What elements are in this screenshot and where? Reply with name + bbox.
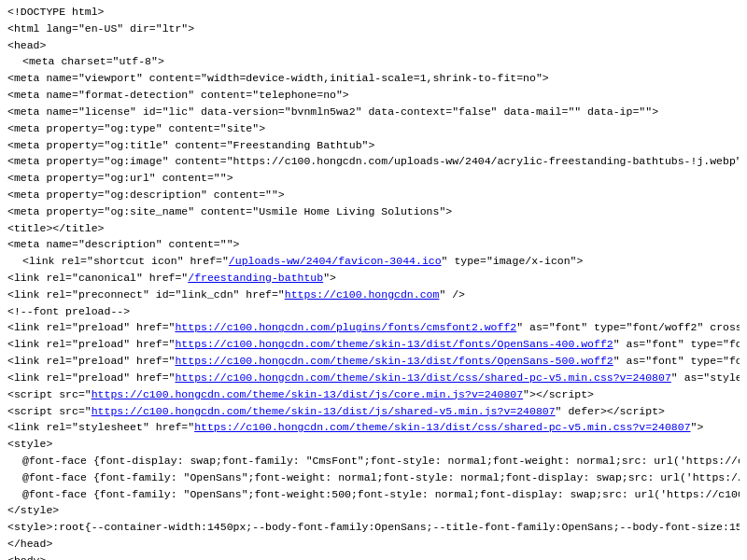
link-text[interactable]: /freestanding-bathtub (188, 272, 323, 284)
link-text[interactable]: https://c100.hongcdn.com/theme/skin-13/d… (175, 338, 613, 350)
code-line: </head> (7, 536, 740, 553)
link-text[interactable]: https://c100.hongcdn.com/plugins/fonts/c… (175, 321, 516, 333)
code-line: <link rel="preload" href="https://c100.h… (7, 370, 740, 386)
code-line: <script src="https://c100.hongcdn.com/th… (7, 403, 740, 420)
code-line: <meta name="license" id="lic" data-versi… (7, 104, 740, 120)
code-line: <meta property="og:site_name" content="U… (7, 203, 740, 220)
code-line: @font-face {font-display: swap;font-fami… (7, 453, 740, 469)
code-line: <!DOCTYPE html> (7, 4, 740, 21)
code-line: <link rel="preconnect" id="link_cdn" hre… (7, 287, 740, 303)
code-line: <link rel="stylesheet" href="https://c10… (7, 419, 740, 436)
code-line: <meta property="og:title" content="Frees… (7, 137, 740, 154)
code-line: <meta property="og:description" content=… (7, 187, 740, 203)
code-line: <meta name="format-detection" content="t… (7, 87, 740, 104)
code-line: @font-face {font-family: "OpenSans";font… (7, 469, 740, 486)
link-text[interactable]: https://c100.hongcdn.com/theme/skin-13/d… (92, 388, 523, 400)
code-line: <link rel="preload" href="https://c100.h… (7, 353, 740, 370)
code-line: <head> (7, 37, 740, 54)
code-line: <link rel="shortcut icon" href=" /upload… (7, 253, 740, 270)
code-line: <meta property="og:type" content="site"> (7, 120, 740, 137)
code-line: <meta charset="utf-8"> (7, 53, 740, 70)
link-text[interactable]: https://c100.hongcdn.com (285, 288, 440, 301)
code-line: <style> (7, 436, 740, 453)
code-line: <style>:root{--container-width:1450px;--… (7, 519, 740, 536)
code-line: <link rel="canonical" href=" /freestandi… (7, 270, 740, 287)
code-viewer: <!DOCTYPE html><html lang="en-US" dir="l… (0, 0, 747, 560)
code-line: @font-face {font-family: "OpenSans";font… (7, 486, 740, 503)
code-line: <meta property="og:url" content=" "> (7, 170, 740, 187)
link-text[interactable]: /uploads-ww/2404/favicon-3044.ico (229, 255, 442, 267)
link-text[interactable]: https://c100.hongcdn.com/theme/skin-13/d… (92, 405, 556, 417)
code-line: <meta name="description" content=""> (7, 236, 740, 253)
code-line: <link rel="preload" href="https://c100.h… (7, 319, 740, 336)
code-line: <title> </title> (7, 220, 740, 237)
code-line: <!--font preload--> (7, 303, 740, 320)
code-line: <script src="https://c100.hongcdn.com/th… (7, 386, 740, 403)
code-line: <link rel="preload" href="https://c100.h… (7, 336, 740, 353)
code-line: <meta name="viewport" content="width=dev… (7, 70, 740, 87)
link-text[interactable]: https://c100.hongcdn.com/theme/skin-13/d… (175, 371, 670, 384)
code-line: <html lang="en-US" dir="ltr"> (7, 21, 740, 37)
code-line: </style> (7, 502, 740, 519)
code-line: <body> (7, 553, 740, 560)
link-text[interactable]: https://c100.hongcdn.com/theme/skin-13/d… (194, 421, 690, 433)
link-text[interactable]: https://c100.hongcdn.com/theme/skin-13/d… (175, 355, 613, 367)
code-line: <meta property="og:image" content="https… (7, 153, 740, 170)
